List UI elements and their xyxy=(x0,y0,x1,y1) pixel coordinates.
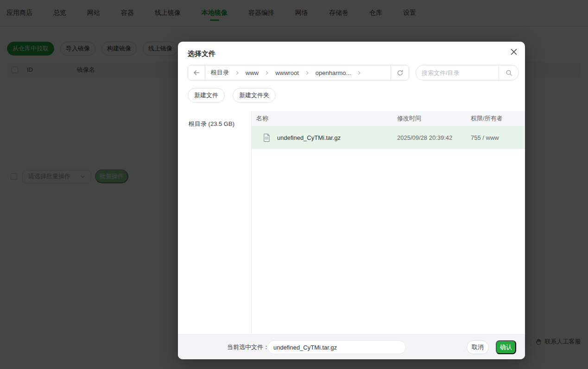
chevron-right-icon xyxy=(357,70,361,75)
file-search-box xyxy=(416,65,519,81)
table-row[interactable]: undefined_CyTMi.tar.gz 2025/09/28 20:39:… xyxy=(252,126,525,149)
search-input[interactable] xyxy=(416,69,499,76)
file-name: undefined_CyTMi.tar.gz xyxy=(277,134,341,141)
chevron-right-icon xyxy=(265,70,269,75)
path-bar: 根目录 www wwwroot openharmo... xyxy=(188,65,409,81)
selected-file-input[interactable] xyxy=(267,340,406,354)
breadcrumb-www[interactable]: www xyxy=(246,69,259,76)
directory-sidebar: 根目录 (23.5 GB) xyxy=(178,111,252,334)
file-table-header: 名称 修改时间 权限/所有者 xyxy=(252,111,525,126)
column-name: 名称 xyxy=(252,114,392,123)
refresh-button[interactable] xyxy=(391,65,409,80)
file-perm: 755 / www xyxy=(466,134,525,141)
search-icon xyxy=(506,69,512,76)
breadcrumb: 根目录 www wwwroot openharmo... xyxy=(205,69,391,77)
close-icon[interactable] xyxy=(510,48,518,56)
dialog-footer: 当前选中文件： 取消 确认 xyxy=(178,334,525,359)
new-folder-button[interactable]: 新建文件夹 xyxy=(233,88,276,103)
file-icon xyxy=(263,133,271,142)
file-name-cell: undefined_CyTMi.tar.gz xyxy=(252,133,392,142)
breadcrumb-wwwroot[interactable]: wwwroot xyxy=(275,69,299,76)
column-mtime: 修改时间 xyxy=(392,114,466,123)
cancel-button[interactable]: 取消 xyxy=(467,340,489,354)
refresh-icon xyxy=(397,69,404,76)
sidebar-item-root[interactable]: 根目录 (23.5 GB) xyxy=(178,116,251,132)
breadcrumb-openharmo[interactable]: openharmo... xyxy=(316,69,351,76)
file-browser-body: 根目录 (23.5 GB) 名称 修改时间 权限/所有者 unde xyxy=(178,111,525,334)
selected-file-label: 当前选中文件： xyxy=(227,343,269,351)
file-actions: 新建文件 新建文件夹 xyxy=(188,88,276,103)
chevron-right-icon xyxy=(305,70,310,75)
dialog-title: 选择文件 xyxy=(188,50,215,58)
file-picker-dialog: 选择文件 根目录 www wwwroot openharmo... xyxy=(178,42,525,359)
breadcrumb-root[interactable]: 根目录 xyxy=(211,69,229,77)
new-file-button[interactable]: 新建文件 xyxy=(188,88,225,103)
confirm-button[interactable]: 确认 xyxy=(496,340,516,354)
arrow-left-icon xyxy=(193,69,200,76)
chevron-right-icon xyxy=(235,70,240,75)
file-table: 名称 修改时间 权限/所有者 undefined_CyTMi.tar.gz 20… xyxy=(252,111,525,334)
search-button[interactable] xyxy=(499,65,518,80)
back-button[interactable] xyxy=(188,65,205,80)
file-mtime: 2025/09/28 20:39:42 xyxy=(392,134,466,141)
column-perm: 权限/所有者 xyxy=(466,114,525,123)
